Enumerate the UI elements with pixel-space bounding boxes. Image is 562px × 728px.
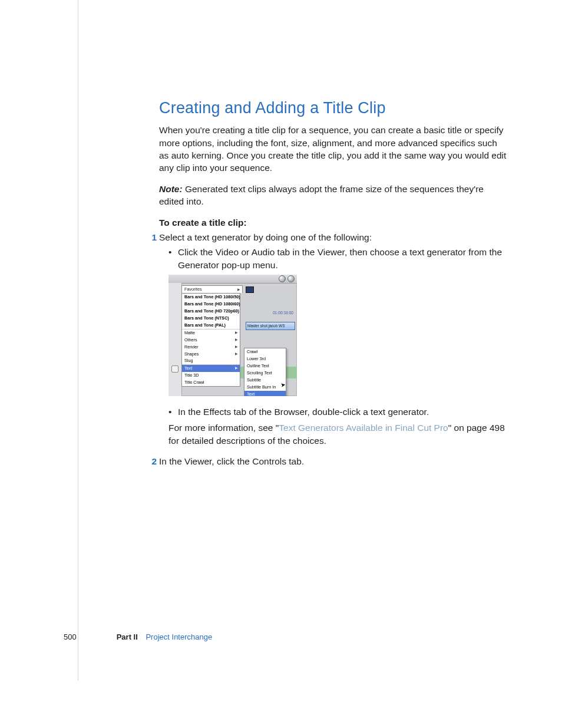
shot-favorites-label: Favorites — [184, 286, 202, 292]
menu-item: Title 3D — [182, 372, 240, 379]
shot-window-buttons — [279, 275, 295, 282]
menu-item: Bars and Tone (HD 1080i60) — [182, 301, 240, 308]
bullet-effects-tab: In the Effects tab of the Browser, doubl… — [168, 406, 507, 418]
page-body: Creating and Adding a Title Clip When yo… — [159, 97, 507, 470]
xref-text-generators[interactable]: Text Generators Available in Final Cut P… — [279, 423, 448, 433]
part-label: Part II — [117, 633, 138, 641]
note-label: Note: — [159, 184, 183, 194]
menu-item: Slug — [182, 357, 240, 364]
submenu-item: Lower 3rd — [244, 355, 286, 363]
menu-item-text-highlighted: Text — [182, 365, 240, 372]
screenshot-generator-menu: 01:00:38:00 Master shot jacob WS Master … — [168, 275, 297, 396]
shot-toolbar — [168, 275, 297, 284]
left-margin-rule — [78, 0, 78, 681]
submenu-item: Scrolling Text — [244, 370, 286, 377]
shot-generator-menu: Bars and Tone (HD 1080i50) Bars and Tone… — [181, 293, 240, 387]
menu-item: Bars and Tone (HD 1080i50) — [182, 294, 240, 301]
submenu-item: Subtitle Burn In — [244, 384, 286, 391]
menu-item: Others — [182, 337, 240, 344]
step-number: 2 — [146, 455, 157, 467]
submenu-item: Outline Text — [244, 363, 286, 370]
more-info-pre: For more information, see " — [168, 423, 279, 433]
submenu-item-text-highlighted: Text — [244, 391, 286, 396]
submenu-item: Crawl — [244, 348, 286, 355]
shot-text-submenu: Crawl Lower 3rd Outline Text Scrolling T… — [244, 348, 286, 396]
menu-item: Bars and Tone (HD 720p60) — [182, 308, 240, 315]
step-2-text: In the Viewer, click the Controls tab. — [159, 456, 304, 466]
page-footer: 500 Part II Project Interchange — [64, 632, 441, 643]
chevron-right-icon — [236, 286, 242, 293]
menu-item: Bars and Tone (PAL) — [182, 322, 240, 329]
intro-paragraph: When you're creating a title clip for a … — [159, 124, 507, 174]
shot-menu-favorites: Favorites — [181, 285, 243, 293]
footer-part: Part II Project Interchange — [117, 632, 212, 643]
step-2: 2 In the Viewer, click the Controls tab. — [159, 455, 507, 467]
page-number: 500 — [64, 632, 77, 643]
step-1: 1 Select a text generator by doing one o… — [159, 231, 507, 243]
shot-viewer-button — [246, 286, 254, 293]
lock-icon — [171, 365, 178, 373]
section-heading: Creating and Adding a Title Clip — [159, 97, 507, 119]
note-paragraph: Note: Generated text clips always adopt … — [159, 183, 507, 208]
more-info-paragraph: For more information, see "Text Generato… — [168, 421, 507, 447]
shot-timecode: 01:00:38:00 — [273, 310, 293, 315]
menu-item: Bars and Tone (NTSC) — [182, 315, 240, 322]
shot-track-header-column — [168, 283, 182, 396]
note-body: Generated text clips always adopt the fr… — [159, 184, 484, 206]
step-1-text: Select a text generator by doing one of … — [159, 232, 372, 242]
shot-timeline-clip: Master shot jacob WS — [246, 322, 295, 330]
menu-item: Matte — [182, 330, 240, 337]
menu-item: Shapes — [182, 351, 240, 358]
procedure-subhead: To create a title clip: — [159, 216, 507, 229]
part-name: Project Interchange — [146, 633, 212, 641]
menu-item: Title Crawl — [182, 379, 240, 386]
bullet-generator-popup: Click the Video or Audio tab in the View… — [168, 246, 507, 271]
step-number: 1 — [146, 231, 157, 243]
menu-item: Render — [182, 344, 240, 351]
